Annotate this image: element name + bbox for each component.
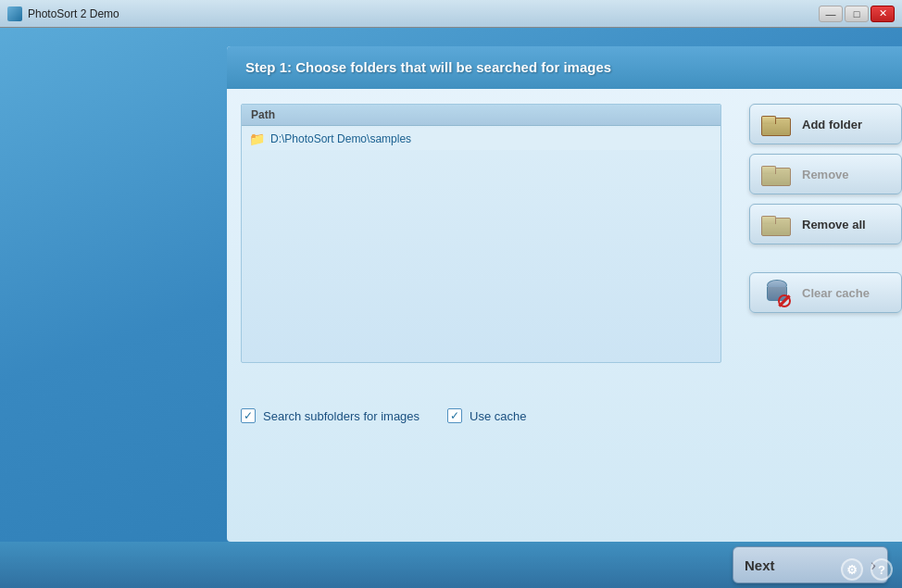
- minimize-button[interactable]: —: [819, 6, 843, 22]
- folder-back-all-icon: [761, 212, 791, 236]
- titlebar: PhotoSort 2 Demo — □ ✕: [0, 0, 902, 28]
- folder-list-body: 📁 D:\PhotoSort Demo\samples: [242, 126, 720, 152]
- clear-cache-label: Clear cache: [802, 286, 870, 300]
- app-icon: [7, 6, 22, 21]
- settings-icon[interactable]: ⚙: [841, 558, 863, 581]
- use-cache-box[interactable]: ✓: [447, 408, 462, 423]
- titlebar-left: PhotoSort 2 Demo: [7, 6, 119, 21]
- use-cache-checkbox[interactable]: ✓ Use cache: [447, 408, 526, 423]
- remove-all-button[interactable]: Remove all: [749, 204, 902, 244]
- left-panel: [0, 28, 227, 542]
- bottom-icons: ⚙ ?: [841, 558, 893, 581]
- bottom-bar: Next ›: [0, 542, 902, 588]
- remove-icon: [759, 159, 793, 189]
- search-subfolders-box[interactable]: ✓: [241, 408, 256, 423]
- folder-list-container: Path 📁 D:\PhotoSort Demo\samples: [241, 104, 721, 363]
- add-folder-button[interactable]: Add folder: [749, 104, 902, 144]
- folder-back-icon: [761, 162, 791, 186]
- inner-content: Path 📁 D:\PhotoSort Demo\samples ✓ Searc…: [227, 94, 735, 486]
- add-folder-label: Add folder: [802, 118, 862, 131]
- remove-all-icon: [759, 209, 793, 239]
- folder-item-icon: 📁: [249, 131, 265, 146]
- search-subfolders-checkbox[interactable]: ✓ Search subfolders for images: [241, 408, 420, 423]
- folder-list-header: Path: [242, 105, 720, 126]
- remove-label: Remove: [802, 168, 849, 181]
- titlebar-title: PhotoSort 2 Demo: [28, 7, 119, 20]
- clear-cache-icon: [759, 278, 793, 307]
- folder-item-path: D:\PhotoSort Demo\samples: [270, 132, 411, 145]
- folder-list-item[interactable]: 📁 D:\PhotoSort Demo\samples: [242, 128, 720, 150]
- buttons-panel: Add folder Remove Remove all: [740, 94, 902, 322]
- maximize-button[interactable]: □: [845, 6, 869, 22]
- content-area: Step 1: Choose folders that will be sear…: [227, 46, 902, 542]
- folder-open-icon: [761, 112, 791, 136]
- next-label: Next: [745, 557, 775, 573]
- main-window: Step 1: Choose folders that will be sear…: [0, 28, 902, 588]
- search-subfolders-label: Search subfolders for images: [263, 409, 420, 423]
- remove-all-label: Remove all: [802, 218, 866, 231]
- checkboxes-area: ✓ Search subfolders for images ✓ Use cac…: [241, 408, 527, 423]
- step-header: Step 1: Choose folders that will be sear…: [227, 46, 902, 89]
- titlebar-controls: — □ ✕: [819, 6, 895, 22]
- clear-cache-button[interactable]: Clear cache: [749, 272, 902, 313]
- add-folder-icon: [759, 109, 793, 139]
- help-icon[interactable]: ?: [871, 558, 893, 581]
- use-cache-label: Use cache: [470, 409, 526, 423]
- remove-button[interactable]: Remove: [749, 154, 902, 194]
- step-title: Step 1: Choose folders that will be sear…: [245, 59, 611, 75]
- no-icon: [778, 294, 791, 307]
- close-button[interactable]: ✕: [871, 6, 895, 22]
